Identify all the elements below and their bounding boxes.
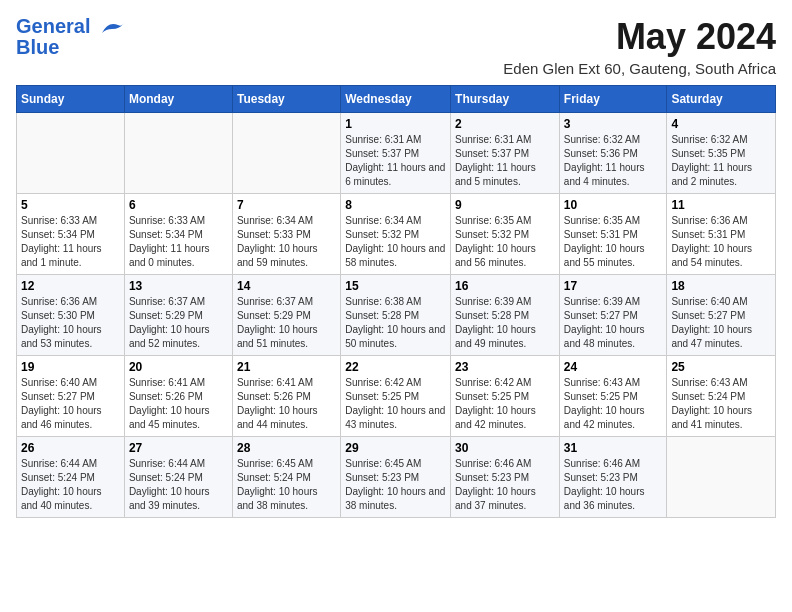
day-cell: 2Sunrise: 6:31 AM Sunset: 5:37 PM Daylig… xyxy=(451,113,560,194)
day-cell: 22Sunrise: 6:42 AM Sunset: 5:25 PM Dayli… xyxy=(341,356,451,437)
day-cell: 24Sunrise: 6:43 AM Sunset: 5:25 PM Dayli… xyxy=(559,356,667,437)
day-cell: 25Sunrise: 6:43 AM Sunset: 5:24 PM Dayli… xyxy=(667,356,776,437)
logo: General Blue xyxy=(16,16,126,57)
day-number: 9 xyxy=(455,198,555,212)
day-cell: 12Sunrise: 6:36 AM Sunset: 5:30 PM Dayli… xyxy=(17,275,125,356)
col-header-wednesday: Wednesday xyxy=(341,86,451,113)
day-cell: 18Sunrise: 6:40 AM Sunset: 5:27 PM Dayli… xyxy=(667,275,776,356)
day-cell: 19Sunrise: 6:40 AM Sunset: 5:27 PM Dayli… xyxy=(17,356,125,437)
day-number: 24 xyxy=(564,360,663,374)
day-info: Sunrise: 6:38 AM Sunset: 5:28 PM Dayligh… xyxy=(345,295,446,351)
week-row-5: 26Sunrise: 6:44 AM Sunset: 5:24 PM Dayli… xyxy=(17,437,776,518)
day-info: Sunrise: 6:45 AM Sunset: 5:23 PM Dayligh… xyxy=(345,457,446,513)
day-cell: 27Sunrise: 6:44 AM Sunset: 5:24 PM Dayli… xyxy=(124,437,232,518)
logo-bird-icon xyxy=(98,19,126,37)
day-number: 31 xyxy=(564,441,663,455)
week-row-2: 5Sunrise: 6:33 AM Sunset: 5:34 PM Daylig… xyxy=(17,194,776,275)
col-header-friday: Friday xyxy=(559,86,667,113)
day-info: Sunrise: 6:41 AM Sunset: 5:26 PM Dayligh… xyxy=(129,376,228,432)
day-info: Sunrise: 6:44 AM Sunset: 5:24 PM Dayligh… xyxy=(129,457,228,513)
day-number: 6 xyxy=(129,198,228,212)
day-number: 7 xyxy=(237,198,336,212)
day-cell: 30Sunrise: 6:46 AM Sunset: 5:23 PM Dayli… xyxy=(451,437,560,518)
day-info: Sunrise: 6:37 AM Sunset: 5:29 PM Dayligh… xyxy=(237,295,336,351)
day-cell: 16Sunrise: 6:39 AM Sunset: 5:28 PM Dayli… xyxy=(451,275,560,356)
day-cell: 29Sunrise: 6:45 AM Sunset: 5:23 PM Dayli… xyxy=(341,437,451,518)
day-cell: 13Sunrise: 6:37 AM Sunset: 5:29 PM Dayli… xyxy=(124,275,232,356)
week-row-4: 19Sunrise: 6:40 AM Sunset: 5:27 PM Dayli… xyxy=(17,356,776,437)
title-block: May 2024 Eden Glen Ext 60, Gauteng, Sout… xyxy=(503,16,776,77)
day-info: Sunrise: 6:39 AM Sunset: 5:27 PM Dayligh… xyxy=(564,295,663,351)
day-number: 10 xyxy=(564,198,663,212)
day-cell: 10Sunrise: 6:35 AM Sunset: 5:31 PM Dayli… xyxy=(559,194,667,275)
day-info: Sunrise: 6:42 AM Sunset: 5:25 PM Dayligh… xyxy=(455,376,555,432)
day-cell: 17Sunrise: 6:39 AM Sunset: 5:27 PM Dayli… xyxy=(559,275,667,356)
day-cell xyxy=(17,113,125,194)
day-info: Sunrise: 6:31 AM Sunset: 5:37 PM Dayligh… xyxy=(345,133,446,189)
day-number: 2 xyxy=(455,117,555,131)
day-info: Sunrise: 6:43 AM Sunset: 5:24 PM Dayligh… xyxy=(671,376,771,432)
day-cell: 5Sunrise: 6:33 AM Sunset: 5:34 PM Daylig… xyxy=(17,194,125,275)
day-info: Sunrise: 6:41 AM Sunset: 5:26 PM Dayligh… xyxy=(237,376,336,432)
day-cell: 14Sunrise: 6:37 AM Sunset: 5:29 PM Dayli… xyxy=(232,275,340,356)
day-cell: 4Sunrise: 6:32 AM Sunset: 5:35 PM Daylig… xyxy=(667,113,776,194)
day-info: Sunrise: 6:45 AM Sunset: 5:24 PM Dayligh… xyxy=(237,457,336,513)
day-number: 5 xyxy=(21,198,120,212)
day-info: Sunrise: 6:39 AM Sunset: 5:28 PM Dayligh… xyxy=(455,295,555,351)
day-number: 12 xyxy=(21,279,120,293)
day-info: Sunrise: 6:36 AM Sunset: 5:30 PM Dayligh… xyxy=(21,295,120,351)
week-row-1: 1Sunrise: 6:31 AM Sunset: 5:37 PM Daylig… xyxy=(17,113,776,194)
day-info: Sunrise: 6:40 AM Sunset: 5:27 PM Dayligh… xyxy=(21,376,120,432)
day-number: 30 xyxy=(455,441,555,455)
day-info: Sunrise: 6:33 AM Sunset: 5:34 PM Dayligh… xyxy=(129,214,228,270)
day-info: Sunrise: 6:31 AM Sunset: 5:37 PM Dayligh… xyxy=(455,133,555,189)
day-number: 8 xyxy=(345,198,446,212)
col-header-tuesday: Tuesday xyxy=(232,86,340,113)
col-header-thursday: Thursday xyxy=(451,86,560,113)
header-row: SundayMondayTuesdayWednesdayThursdayFrid… xyxy=(17,86,776,113)
day-number: 19 xyxy=(21,360,120,374)
day-info: Sunrise: 6:42 AM Sunset: 5:25 PM Dayligh… xyxy=(345,376,446,432)
col-header-sunday: Sunday xyxy=(17,86,125,113)
calendar-table: SundayMondayTuesdayWednesdayThursdayFrid… xyxy=(16,85,776,518)
day-cell: 6Sunrise: 6:33 AM Sunset: 5:34 PM Daylig… xyxy=(124,194,232,275)
day-number: 20 xyxy=(129,360,228,374)
day-cell: 1Sunrise: 6:31 AM Sunset: 5:37 PM Daylig… xyxy=(341,113,451,194)
day-info: Sunrise: 6:32 AM Sunset: 5:36 PM Dayligh… xyxy=(564,133,663,189)
day-info: Sunrise: 6:35 AM Sunset: 5:32 PM Dayligh… xyxy=(455,214,555,270)
col-header-monday: Monday xyxy=(124,86,232,113)
day-cell xyxy=(124,113,232,194)
day-number: 28 xyxy=(237,441,336,455)
day-cell: 31Sunrise: 6:46 AM Sunset: 5:23 PM Dayli… xyxy=(559,437,667,518)
day-cell: 9Sunrise: 6:35 AM Sunset: 5:32 PM Daylig… xyxy=(451,194,560,275)
day-number: 17 xyxy=(564,279,663,293)
day-info: Sunrise: 6:34 AM Sunset: 5:33 PM Dayligh… xyxy=(237,214,336,270)
day-info: Sunrise: 6:46 AM Sunset: 5:23 PM Dayligh… xyxy=(564,457,663,513)
day-info: Sunrise: 6:43 AM Sunset: 5:25 PM Dayligh… xyxy=(564,376,663,432)
month-title: May 2024 xyxy=(503,16,776,58)
col-header-saturday: Saturday xyxy=(667,86,776,113)
day-info: Sunrise: 6:46 AM Sunset: 5:23 PM Dayligh… xyxy=(455,457,555,513)
day-number: 18 xyxy=(671,279,771,293)
day-number: 14 xyxy=(237,279,336,293)
day-cell xyxy=(667,437,776,518)
day-number: 11 xyxy=(671,198,771,212)
day-number: 23 xyxy=(455,360,555,374)
day-info: Sunrise: 6:33 AM Sunset: 5:34 PM Dayligh… xyxy=(21,214,120,270)
day-info: Sunrise: 6:34 AM Sunset: 5:32 PM Dayligh… xyxy=(345,214,446,270)
day-number: 3 xyxy=(564,117,663,131)
day-number: 29 xyxy=(345,441,446,455)
day-cell: 21Sunrise: 6:41 AM Sunset: 5:26 PM Dayli… xyxy=(232,356,340,437)
day-number: 22 xyxy=(345,360,446,374)
day-info: Sunrise: 6:40 AM Sunset: 5:27 PM Dayligh… xyxy=(671,295,771,351)
day-cell: 15Sunrise: 6:38 AM Sunset: 5:28 PM Dayli… xyxy=(341,275,451,356)
day-cell: 7Sunrise: 6:34 AM Sunset: 5:33 PM Daylig… xyxy=(232,194,340,275)
day-number: 21 xyxy=(237,360,336,374)
day-cell: 20Sunrise: 6:41 AM Sunset: 5:26 PM Dayli… xyxy=(124,356,232,437)
day-cell: 8Sunrise: 6:34 AM Sunset: 5:32 PM Daylig… xyxy=(341,194,451,275)
logo-blue: Blue xyxy=(16,37,59,57)
day-info: Sunrise: 6:32 AM Sunset: 5:35 PM Dayligh… xyxy=(671,133,771,189)
logo-general: General xyxy=(16,15,90,37)
location-subtitle: Eden Glen Ext 60, Gauteng, South Africa xyxy=(503,60,776,77)
day-cell xyxy=(232,113,340,194)
